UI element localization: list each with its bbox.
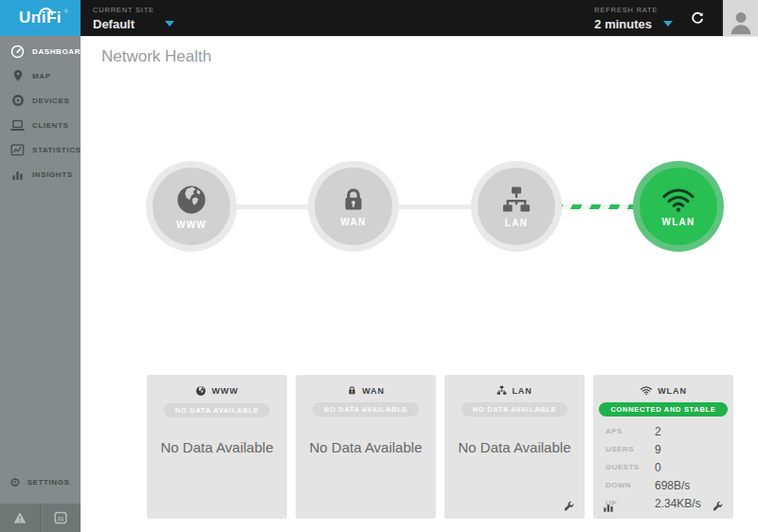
- gear-icon: ⚙: [9, 476, 21, 488]
- refresh-rate-value: 2 minutes: [594, 17, 652, 31]
- sidebar-item-label: STATISTICS: [32, 146, 81, 154]
- chevron-down-icon[interactable]: [663, 21, 673, 27]
- stat-users: USERS 9: [593, 440, 733, 458]
- refresh-rate-label: REFRESH RATE: [594, 6, 673, 14]
- card-lan: LAN NO DATA AVAILABLE No Data Available: [444, 375, 585, 519]
- refresh-button[interactable]: [673, 0, 722, 36]
- sidebar: DASHBOARD MAP DEVICES CLIENTS STATISTICS…: [0, 36, 81, 532]
- mini-bar-chart-icon[interactable]: [603, 501, 616, 512]
- unifi-dashboard-app: UniFi ® CURRENT SITE Default REFRESH RAT…: [0, 0, 758, 532]
- card-wan: WAN NO DATA AVAILABLE No Data Available: [296, 375, 436, 519]
- sidebar-item-settings[interactable]: ⚙ SETTINGS: [0, 470, 81, 494]
- sidebar-item-clients[interactable]: CLIENTS: [0, 113, 81, 137]
- card-empty-text: No Data Available: [444, 439, 585, 455]
- network-tree-icon: [501, 185, 532, 215]
- status-badge: CONNECTED AND STABLE: [599, 402, 727, 417]
- events-button[interactable]: [40, 504, 81, 532]
- gauge-icon: [10, 44, 25, 59]
- sidebar-item-label: CLIENTS: [32, 121, 68, 130]
- refresh-icon: [690, 10, 705, 26]
- stat-aps: APS 2: [593, 422, 733, 440]
- current-site-label: CURRENT SITE: [93, 6, 174, 14]
- person-icon: [727, 8, 755, 36]
- bar-chart-icon: [10, 168, 25, 182]
- status-badge: NO DATA AVAILABLE: [313, 402, 419, 417]
- line-chart-icon: [10, 143, 25, 157]
- node-label: LAN: [505, 218, 528, 228]
- node-www: WWW: [146, 161, 237, 252]
- lock-icon: [339, 186, 368, 214]
- laptop-icon: [10, 118, 25, 133]
- status-cards-row: WWW NO DATA AVAILABLE No Data Available …: [147, 375, 733, 519]
- card-empty-text: No Data Available: [296, 439, 436, 455]
- calendar-icon: [53, 510, 68, 525]
- sidebar-item-label: INSIGHTS: [32, 170, 73, 179]
- unifi-logo: UniFi ®: [0, 0, 81, 36]
- card-empty-text: No Data Available: [147, 439, 287, 455]
- registered-mark: ®: [64, 9, 68, 14]
- sidebar-item-insights[interactable]: INSIGHTS: [0, 162, 81, 186]
- current-site-dropdown[interactable]: CURRENT SITE Default: [81, 0, 174, 36]
- map-pin-icon: [10, 69, 25, 83]
- network-tree-icon: [496, 385, 507, 396]
- main-content: Network Health WWW WAN LAN: [81, 36, 758, 532]
- card-wlan: WLAN CONNECTED AND STABLE APS 2 USERS 9 …: [593, 375, 733, 519]
- wrench-icon[interactable]: [712, 500, 724, 512]
- sidebar-item-devices[interactable]: DEVICES: [0, 88, 81, 113]
- donut-circle-icon: [10, 94, 25, 108]
- wifi-icon: [660, 186, 696, 214]
- node-label: WLAN: [661, 217, 695, 227]
- node-wan: WAN: [308, 161, 399, 252]
- sidebar-item-map[interactable]: MAP: [0, 63, 81, 88]
- warning-triangle-icon: [12, 510, 27, 525]
- sidebar-bottom-strip: [0, 504, 81, 532]
- sidebar-item-label: SETTINGS: [27, 478, 70, 487]
- sidebar-item-statistics[interactable]: STATISTICS: [0, 137, 81, 162]
- avatar[interactable]: [722, 0, 758, 36]
- stat-guests: GUESTS 0: [593, 458, 733, 476]
- sidebar-item-label: DEVICES: [32, 97, 69, 105]
- stat-down: DOWN 698B/s: [593, 476, 733, 494]
- node-wlan: WLAN: [633, 161, 724, 252]
- lock-icon: [347, 385, 357, 396]
- wlan-stats: APS 2 USERS 9 GUESTS 0 DOWN 698B/s: [593, 422, 733, 512]
- node-label: WAN: [340, 217, 366, 227]
- card-title: WWW: [211, 386, 238, 396]
- card-title: WLAN: [658, 386, 687, 396]
- status-badge: NO DATA AVAILABLE: [461, 402, 568, 417]
- topbar: UniFi ® CURRENT SITE Default REFRESH RAT…: [0, 0, 758, 36]
- globe-icon: [195, 385, 207, 397]
- chevron-down-icon[interactable]: [165, 21, 174, 27]
- card-www: WWW NO DATA AVAILABLE No Data Available: [147, 375, 287, 519]
- status-badge: NO DATA AVAILABLE: [164, 403, 270, 417]
- network-health-diagram: WWW WAN LAN WLAN: [81, 37, 758, 340]
- node-lan: LAN: [471, 161, 562, 252]
- sidebar-item-label: MAP: [32, 72, 51, 80]
- alerts-button[interactable]: [0, 504, 40, 532]
- sidebar-item-label: DASHBOARD: [32, 47, 86, 56]
- node-label: WWW: [176, 220, 207, 230]
- refresh-rate-dropdown[interactable]: REFRESH RATE 2 minutes: [594, 0, 673, 36]
- globe-icon: [174, 183, 208, 217]
- wifi-icon: [640, 385, 653, 396]
- wrench-icon[interactable]: [563, 500, 575, 512]
- card-title: LAN: [512, 386, 532, 396]
- card-title: WAN: [362, 386, 385, 396]
- sidebar-item-dashboard[interactable]: DASHBOARD: [0, 39, 81, 63]
- current-site-value: Default: [93, 17, 135, 31]
- logo-arc-decoration: [39, 8, 53, 15]
